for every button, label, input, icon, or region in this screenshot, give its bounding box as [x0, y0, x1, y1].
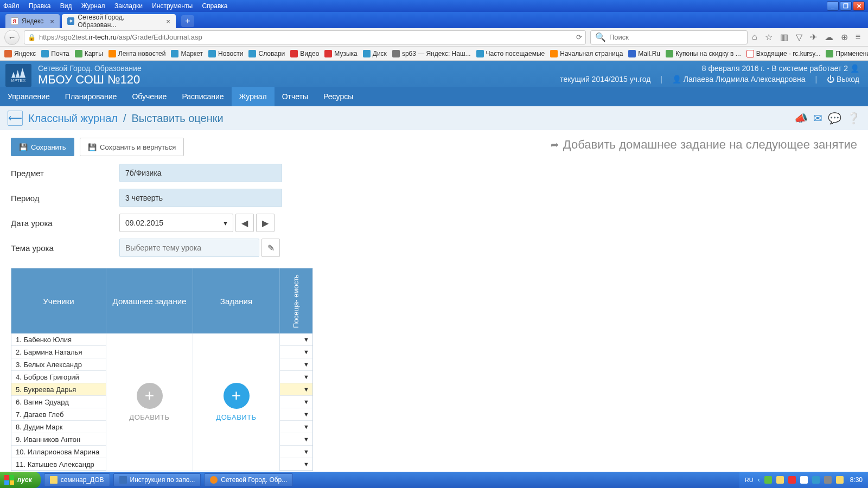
nav-planning[interactable]: Планирование — [58, 87, 125, 106]
student-row[interactable]: 5. Букреева Дарья — [11, 383, 106, 396]
window-maximize[interactable]: ❐ — [840, 1, 852, 11]
tray-expand-icon[interactable]: ‹ — [758, 476, 760, 484]
bookmark-item[interactable]: Музыка — [324, 50, 357, 57]
user-name[interactable]: 👤 Лапаева Людмила Александровна — [672, 75, 806, 84]
search-box[interactable]: 🔍 — [590, 30, 748, 44]
student-row[interactable]: 2. Бармина Наталья — [11, 346, 106, 358]
tray-icon[interactable] — [776, 476, 784, 484]
prev-date-button[interactable]: ◀ — [235, 214, 254, 232]
nav-journal[interactable]: Журнал — [232, 87, 275, 106]
attendance-cell[interactable]: ▼ — [280, 458, 312, 471]
attendance-cell[interactable]: ▼ — [280, 358, 312, 371]
nav-teaching[interactable]: Обучение — [124, 87, 174, 106]
mail-icon[interactable]: ✉ — [813, 112, 822, 125]
breadcrumb-parent[interactable]: Классный журнал — [28, 112, 118, 125]
logout-link[interactable]: ⏻ Выход — [827, 75, 859, 84]
date-select[interactable]: 09.02.2015▾ — [119, 214, 233, 232]
student-row[interactable]: 9. Иванников Антон — [11, 433, 106, 446]
tray-icon[interactable] — [788, 476, 796, 484]
bookmark-item[interactable]: Новости — [208, 50, 243, 57]
menu-history[interactable]: Журнал — [81, 2, 105, 10]
menu-bookmarks[interactable]: Закладки — [114, 2, 143, 10]
attendance-cell[interactable]: ▼ — [280, 383, 312, 396]
new-tab-button[interactable]: + — [181, 15, 194, 27]
tray-icon[interactable] — [800, 476, 808, 484]
attendance-cell[interactable]: ▼ — [280, 408, 312, 421]
add-task-column[interactable]: + ДОБАВИТЬ — [193, 333, 280, 471]
student-row[interactable]: 6. Вагин Эдуард — [11, 396, 106, 408]
bookmark-item[interactable]: Начальная страница — [550, 50, 623, 57]
add-homework-column[interactable]: + ДОБАВИТЬ — [106, 333, 193, 471]
back-button[interactable]: ⟵ — [8, 111, 23, 126]
bookmark-item[interactable]: Применение Excel — [826, 50, 868, 57]
attendance-cell[interactable]: ▼ — [280, 421, 312, 433]
save-and-back-button[interactable]: 💾 Сохранить и вернуться — [80, 138, 184, 156]
library-icon[interactable]: ▥ — [780, 32, 788, 42]
language-indicator[interactable]: RU — [745, 477, 754, 483]
attendance-cell[interactable]: ▼ — [280, 446, 312, 458]
bookmark-item[interactable]: Часто посещаемые — [476, 50, 545, 57]
close-icon[interactable]: × — [166, 17, 170, 25]
url-box[interactable]: 🔒 https://sgo2test.ir-tech.ru/asp/Grade/… — [24, 30, 586, 44]
tray-icon[interactable] — [824, 476, 832, 484]
bookmark-item[interactable]: Лента новостей — [108, 50, 166, 57]
menu-view[interactable]: Вид — [60, 2, 72, 10]
window-minimize[interactable]: _ — [827, 1, 839, 11]
menu-help[interactable]: Справка — [202, 2, 227, 10]
bookmark-item[interactable]: Видео — [290, 50, 319, 57]
addon-icon[interactable]: ⊕ — [841, 32, 848, 42]
save-button[interactable]: 💾 Сохранить — [11, 138, 74, 156]
announce-icon[interactable]: 📣 — [794, 112, 808, 125]
tray-icon[interactable] — [836, 476, 844, 484]
add-homework-link[interactable]: ➦ Добавить домашнее задание на следующее… — [551, 138, 857, 152]
tray-icon[interactable] — [764, 476, 772, 484]
attendance-cell[interactable]: ▼ — [280, 346, 312, 358]
next-date-button[interactable]: ▶ — [256, 214, 275, 232]
bookmark-item[interactable]: Маркет — [171, 50, 203, 57]
start-button[interactable]: пуск — [0, 472, 41, 488]
favorite-icon[interactable]: ☆ — [765, 32, 773, 42]
tray-icon[interactable] — [812, 476, 820, 484]
clock[interactable]: 8:30 — [850, 476, 863, 484]
send-icon[interactable]: ✈ — [810, 32, 817, 42]
menu-tools[interactable]: Инструменты — [152, 2, 193, 10]
pocket-icon[interactable]: ▽ — [796, 32, 802, 42]
bookmark-item[interactable]: Почта — [41, 50, 69, 57]
bookmark-item[interactable]: sp63 — Яндекс: Наш... — [392, 50, 471, 57]
bookmark-item[interactable]: Словари — [248, 50, 285, 57]
hamburger-icon[interactable]: ≡ — [856, 32, 860, 42]
nav-reports[interactable]: Отчеты — [275, 87, 316, 106]
menu-edit[interactable]: Правка — [29, 2, 51, 10]
nav-schedule[interactable]: Расписание — [174, 87, 231, 106]
student-row[interactable]: 4. Бобров Григорий — [11, 371, 106, 383]
taskbar-item-firefox[interactable]: Сетевой Город. Обр... — [204, 473, 293, 486]
chat-icon[interactable]: ☁ — [825, 32, 833, 42]
student-row[interactable]: 1. Бабенко Юлия — [11, 333, 106, 346]
bookmark-item[interactable]: Карты — [75, 50, 103, 57]
attendance-cell[interactable]: ▼ — [280, 333, 312, 346]
edit-theme-button[interactable]: ✎ — [261, 239, 280, 257]
bookmark-item[interactable]: Купоны на скидку в ... — [666, 50, 741, 57]
nav-resources[interactable]: Ресурсы — [316, 87, 361, 106]
tab-sgo[interactable]: ✦ Сетевой Город. Образован... × — [62, 14, 176, 28]
window-close[interactable]: ✕ — [853, 1, 865, 11]
attendance-cell[interactable]: ▼ — [280, 396, 312, 408]
bookmark-item[interactable]: Диск — [363, 50, 387, 57]
student-row[interactable]: 7. Дагаев Глеб — [11, 408, 106, 421]
tab-yandex[interactable]: Я Яндекс × — [5, 14, 60, 28]
attendance-cell[interactable]: ▼ — [280, 371, 312, 383]
nav-management[interactable]: Управление — [0, 87, 58, 106]
bookmark-item[interactable]: Входящие - rc.kursy... — [746, 50, 821, 57]
nav-back-button[interactable]: ← — [4, 30, 20, 45]
search-input[interactable] — [609, 33, 743, 41]
taskbar-item-folder[interactable]: семинар_ДОВ — [44, 473, 110, 486]
student-row[interactable]: 8. Дудин Марк — [11, 421, 106, 433]
taskbar-item-word[interactable]: Инструкция по запо... — [113, 473, 201, 486]
student-row[interactable]: 3. Белых Александр — [11, 358, 106, 371]
menu-file[interactable]: Файл — [3, 2, 20, 10]
forum-icon[interactable]: 💬 — [828, 112, 841, 125]
student-row[interactable]: 11. Катышев Александр — [11, 458, 106, 471]
close-icon[interactable]: × — [50, 17, 54, 25]
reload-icon[interactable]: ⟳ — [576, 33, 582, 41]
theme-field[interactable]: Выберите тему урока — [119, 239, 259, 257]
